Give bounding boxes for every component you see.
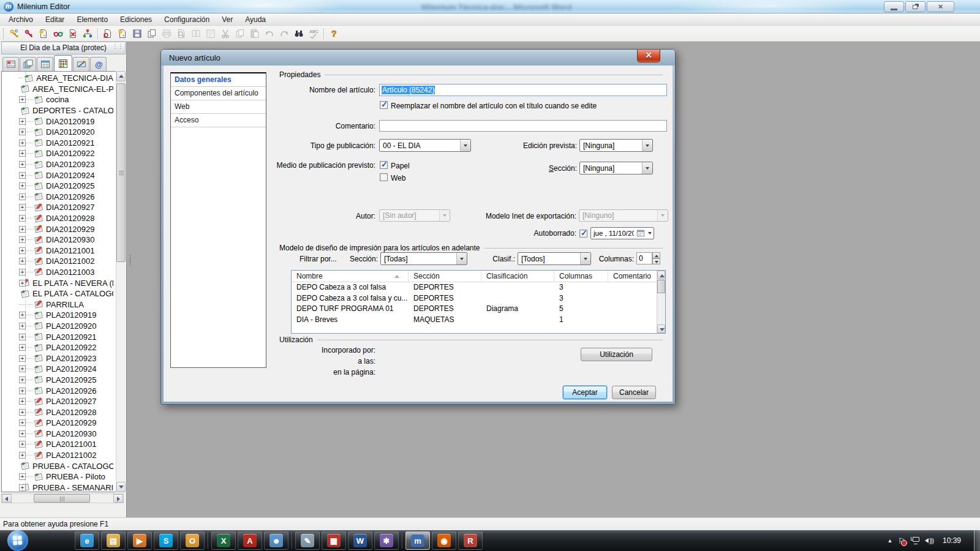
columnas-spinner[interactable] [652,252,660,264]
nombre-input[interactable]: Artículo (85242) [379,84,667,96]
scroll-down-button[interactable] [116,482,126,492]
new-doc-icon[interactable] [115,27,130,40]
outlook-icon[interactable]: O [180,531,205,550]
tree-item[interactable]: +DIA20121002 [2,256,113,267]
tree-item[interactable]: +DIA20120920 [2,127,113,138]
news-tab[interactable] [2,57,19,71]
comentario-input[interactable] [379,120,667,132]
internet-explorer-icon[interactable]: e [75,531,99,550]
tree-item[interactable]: PARRILLA [2,299,113,310]
tree-item[interactable]: +PLA20120920 [2,321,113,332]
excel-icon[interactable]: X [211,531,236,550]
tree-item[interactable]: +DIA20120928 [2,213,113,224]
utilizacion-button[interactable]: Utilización [581,348,652,361]
tree-item[interactable]: +PRUEBA - Piloto [2,471,113,482]
tree-item[interactable]: +PLA20120922 [2,342,113,353]
menu-item-ayuda[interactable]: Ayuda [239,14,272,25]
papel-checkbox[interactable]: ✓ [380,161,388,169]
table-row[interactable]: DEPO Cabeza a 3 col falsaDEPORTES3 [292,282,665,293]
close-button[interactable]: × [927,1,954,12]
tree-expander-icon[interactable]: + [19,344,26,351]
tree-expander-icon[interactable]: + [19,452,26,459]
dropdown-arrow-icon[interactable] [580,253,590,264]
tree-expander-icon[interactable]: + [19,182,26,189]
tree-item[interactable]: +PLA20120919 [2,310,113,321]
save-icon[interactable] [130,27,145,40]
scroll-thumb[interactable] [657,280,665,293]
tipo-publicacion-select[interactable]: 00 - EL DIA [379,139,471,152]
image-tool-icon[interactable]: ▦ [322,531,346,550]
tree-expander-icon[interactable]: + [19,118,26,125]
network-icon[interactable] [911,537,919,544]
tree-item[interactable]: EL PLATA - CATALOGO [2,288,113,299]
table-scrollbar[interactable] [657,271,665,333]
tree-item[interactable]: +DIA20121001 [2,246,113,257]
tree-horizontal-scrollbar[interactable] [1,493,124,503]
design-tool-icon[interactable]: ✎ [295,531,320,550]
autoborrado-checkbox[interactable]: ✓ [579,230,587,238]
tree-item[interactable]: +DIA20120927 [2,202,113,213]
tree-item[interactable]: AREA_TECNICA-DIA [2,73,113,84]
tree-item[interactable]: PRUEBA - CATALOGO [2,460,113,471]
tree-expander-icon[interactable]: + [19,398,26,405]
explorer-folder-icon[interactable]: ▤ [101,531,126,550]
contacts-icon[interactable]: ☻ [264,531,288,550]
delete-element-icon[interactable] [66,27,80,40]
menu-item-editar[interactable]: Editar [39,14,70,25]
tree-item[interactable]: +PLA20121002 [2,450,113,461]
restore-button[interactable] [905,1,925,12]
pages-tab[interactable] [20,57,36,71]
menu-item-ver[interactable]: Ver [216,14,239,25]
tree-expander-icon[interactable]: + [19,409,26,416]
tree-item[interactable]: +DIA20120922 [2,148,113,159]
columnas-input[interactable]: 0 [636,252,652,264]
cutter-tab[interactable] [73,57,89,71]
table-col-header[interactable]: Clasificación [481,271,554,282]
tree-expander-icon[interactable]: + [19,226,26,233]
tree-expander-icon[interactable]: + [19,280,26,287]
tree-expander-icon[interactable]: + [19,441,26,448]
tree-expander-icon[interactable]: + [19,473,26,480]
image-viewer-icon[interactable]: R [458,531,483,550]
hierarchy-icon[interactable] [80,27,95,40]
dialog-close-button[interactable]: ✕ [637,50,660,62]
show-desktop-button[interactable] [974,530,980,551]
tree-item[interactable]: +cocina [2,94,113,105]
tree-expander-icon[interactable]: + [19,430,26,437]
tree-expander-icon[interactable]: + [19,150,26,157]
scroll-right-button[interactable] [113,494,123,503]
tree-expander-icon[interactable]: + [19,377,26,383]
minimize-button[interactable] [884,1,904,12]
autoborrado-date-picker[interactable]: jue , 11/10/2012 [590,227,654,239]
clasif-select[interactable]: [Todos] [518,252,591,265]
tree-expander-icon[interactable]: + [19,140,26,146]
key-red-icon[interactable] [21,27,36,40]
dialog-nav-item[interactable]: Acceso [171,114,266,127]
dropdown-arrow-icon[interactable] [456,253,467,264]
find-icon[interactable] [292,27,306,40]
tree-item[interactable]: +PLA20120923 [2,353,113,364]
tree-item[interactable]: +DIA20120925 [2,181,113,192]
menu-item-elemento[interactable]: Elemento [70,14,114,25]
acrobat-icon[interactable]: A [238,531,262,550]
tree-item[interactable]: +DIA20120923 [2,159,113,170]
scroll-left-button[interactable] [2,494,12,503]
tree-item[interactable]: +PLA20120930 [2,429,113,440]
action-center-icon[interactable]: ⚐ [898,536,905,545]
menu-item-archivo[interactable]: Archivo [2,14,39,25]
template-icon[interactable] [100,27,115,40]
tree-expander-icon[interactable]: + [19,484,26,491]
skype-icon[interactable]: S [154,531,178,550]
tree-expander-icon[interactable]: + [19,323,26,329]
tree-item[interactable]: +PRUEBA - SEMANARIOS [2,482,113,492]
tree-expander-icon[interactable]: + [19,161,26,168]
dialog-nav-item[interactable]: Web [171,100,266,114]
new-element-icon[interactable] [36,27,51,40]
table-col-header[interactable]: Columnas [554,271,608,282]
tree-item[interactable]: +PLA20120929 [2,418,113,429]
table-tab[interactable] [37,57,53,71]
table-row[interactable]: DEPO Cabeza a 3 col falsa y cu...DEPORTE… [292,293,665,304]
save-all-icon[interactable] [145,27,159,40]
panel-header[interactable]: El Dia de La Plata (protec) ⋮⋮ [1,42,126,54]
tree-expander-icon[interactable]: + [19,334,26,340]
